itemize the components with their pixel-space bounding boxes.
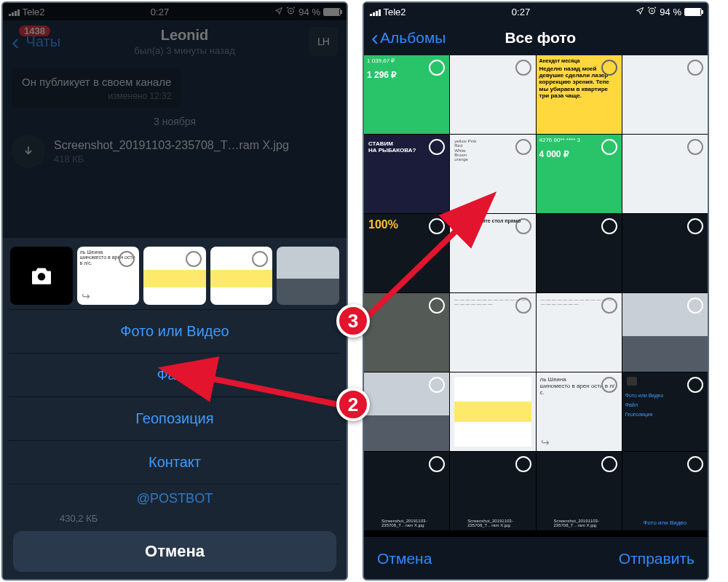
file-size: 418 КБ: [54, 154, 289, 164]
message-bubble[interactable]: Он публикует в своем канале изменено 12:…: [12, 68, 181, 108]
alarm-icon: [286, 6, 296, 17]
location-services-icon: [636, 7, 644, 17]
photo-cell[interactable]: [622, 135, 708, 213]
share-icon: ↪: [541, 436, 550, 448]
clock: 0:27: [45, 7, 275, 17]
battery-pct: 94 %: [660, 7, 681, 17]
photo-cell[interactable]: [450, 55, 535, 134]
message-text: Он публикует в своем канале: [22, 76, 171, 88]
arrow-step-3: [357, 196, 502, 327]
photo-cell[interactable]: [364, 372, 449, 451]
photo-cell[interactable]: Screenshot_20191103-235708_T…ram X.jpg: [537, 452, 622, 530]
clock: 0:27: [406, 7, 636, 17]
battery-icon: [323, 8, 341, 16]
photo-cell[interactable]: Фото или Видео: [622, 452, 708, 530]
alarm-icon: [647, 6, 657, 17]
date-separator: 3 ноября: [12, 116, 338, 127]
photo-cell[interactable]: [622, 293, 708, 372]
albums-back-button[interactable]: ‹ Альбомы: [371, 29, 446, 47]
option-postbot[interactable]: @POSTBOT: [9, 484, 341, 513]
photo-thumb[interactable]: ль Шеина шиноместо в арен ости в л/с. ↪: [77, 247, 140, 305]
battery-icon: [684, 8, 702, 16]
photo-cell[interactable]: [537, 214, 622, 292]
unread-badge: 1438: [19, 25, 50, 36]
cancel-button[interactable]: Отмена: [13, 531, 336, 572]
photo-cell[interactable]: Screenshot_20191103-235708_T…ram X.jpg: [364, 452, 449, 530]
photo-cell[interactable]: ль Шеина шиноместо в арен ости в л/с. ↪: [537, 372, 622, 451]
background-file-size: 430,2 КБ: [9, 513, 341, 524]
photo-cell[interactable]: Анекдот месяца Неделю назад моей девушке…: [537, 55, 622, 134]
option-photo-video[interactable]: Фото или Видео: [9, 309, 341, 353]
share-icon: ↪: [82, 291, 90, 302]
svg-line-3: [175, 371, 338, 404]
carrier-label: Tele2: [384, 7, 406, 17]
step-marker-3: 3: [336, 304, 370, 338]
picker-title: Все фото: [446, 29, 635, 47]
picker-toolbar: Отмена Отправить: [364, 537, 708, 579]
back-button[interactable]: ‹ Чаты 1438: [12, 30, 60, 53]
recent-photos-row: ль Шеина шиноместо в арен ости в л/с. ↪: [9, 244, 341, 309]
download-icon[interactable]: [12, 135, 45, 168]
photo-cell[interactable]: Фото или Видео Файл Геопозиция: [622, 372, 708, 451]
photo-cell[interactable]: 1 039,67 ₽ 1 296 ₽: [364, 55, 449, 134]
photo-cell[interactable]: [622, 214, 708, 292]
signal-bars-icon: [370, 8, 381, 16]
message-edited-time: изменено 12:32: [22, 91, 171, 101]
carrier-label: Tele2: [23, 7, 45, 17]
file-name: Screenshot_20191103-235708_T…ram X.jpg: [54, 139, 289, 152]
photo-cell[interactable]: [622, 55, 708, 134]
svg-point-1: [38, 273, 45, 280]
picker-header: ‹ Альбомы Все фото: [364, 20, 708, 55]
battery-pct: 94 %: [298, 7, 320, 17]
step-marker-2: 2: [336, 388, 370, 421]
photo-thumb[interactable]: [143, 247, 206, 305]
status-bar: Tele2 0:27 94 %: [3, 3, 347, 20]
signal-bars-icon: [9, 8, 20, 16]
location-services-icon: [274, 7, 283, 17]
avatar[interactable]: LH: [309, 27, 338, 56]
picker-cancel-button[interactable]: Отмена: [377, 550, 432, 567]
camera-icon: [627, 377, 637, 386]
status-bar: Tele2 0:27 94 %: [364, 3, 708, 20]
camera-tile[interactable]: [10, 247, 73, 305]
photo-cell[interactable]: Screenshot_20191103-235708_T…ram X.jpg: [450, 452, 535, 530]
arrow-step-2: [167, 364, 342, 415]
photo-thumb[interactable]: [277, 247, 339, 305]
file-message[interactable]: Screenshot_20191103-235708_T…ram X.jpg 4…: [12, 135, 338, 168]
chat-header: ‹ Чаты 1438 Leonid был(а) 3 минуты назад…: [3, 20, 347, 63]
svg-line-4: [363, 204, 484, 322]
contact-last-seen: был(а) 3 минуты назад: [68, 45, 301, 56]
photo-thumb[interactable]: [210, 247, 273, 305]
picker-send-button[interactable]: Отправить: [619, 550, 695, 567]
photo-cell[interactable]: 4276 80** **** 3 4 000 ₽: [537, 135, 622, 213]
left-phone: Tele2 0:27 94 % ‹ Чаты 1438 Leonid был(а…: [1, 1, 348, 581]
option-contact[interactable]: Контакт: [9, 440, 341, 484]
photo-cell[interactable]: — — — — — — — — — — — — — — — — — — — —: [537, 293, 622, 372]
contact-name: Leonid: [68, 27, 301, 44]
photo-cell[interactable]: [450, 372, 535, 451]
